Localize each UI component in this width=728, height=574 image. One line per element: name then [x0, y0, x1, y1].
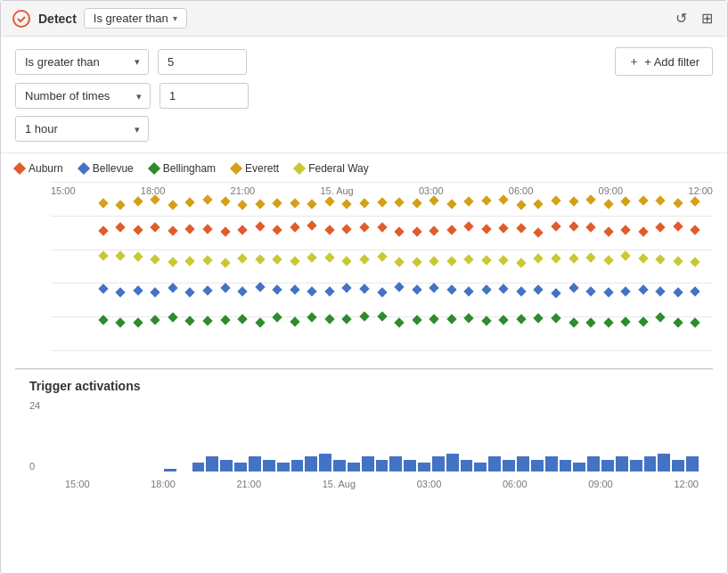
scatter-dot	[673, 221, 683, 231]
scatter-dot	[603, 317, 613, 327]
bar	[291, 460, 304, 472]
scatter-dot	[534, 313, 544, 323]
duration-select[interactable]: 1 hour 30 minutes 2 hours	[15, 116, 149, 142]
bar-x-label: 06:00	[503, 479, 528, 489]
y-axis-label: 24	[29, 400, 40, 411]
scatter-dot	[237, 225, 247, 234]
scatter-dot	[342, 315, 352, 324]
scatter-dot	[568, 318, 578, 328]
scatter-dot	[220, 316, 230, 325]
scatter-dot	[446, 226, 456, 235]
scatter-dot	[359, 312, 369, 322]
bar	[234, 463, 247, 472]
scatter-dot	[621, 251, 631, 261]
bar	[220, 460, 233, 472]
scatter-dot	[499, 283, 509, 293]
scatter-dot	[133, 196, 143, 206]
legend-item: Federal Way	[295, 162, 369, 175]
scatter-dot	[464, 287, 474, 297]
scatter-dot	[394, 227, 404, 237]
bar-chart-inner	[65, 400, 699, 472]
condition-select[interactable]: Is greater than Is less than Is equal to	[15, 49, 149, 75]
scatter-dot	[446, 200, 456, 209]
scatter-dot	[202, 255, 212, 265]
scatter-dot	[429, 314, 438, 324]
scatter-dot	[585, 317, 595, 327]
scatter-dot	[551, 221, 560, 231]
scatter-dot	[151, 287, 160, 297]
badge-label: Is greater than	[94, 12, 168, 25]
scatter-dot	[499, 195, 509, 205]
scatter-dot	[273, 226, 282, 235]
condition-value-input[interactable]	[158, 49, 247, 75]
scatter-dot	[412, 226, 421, 236]
scatter-dot	[202, 316, 212, 325]
scatter-dot	[185, 316, 195, 325]
legend-item: Bellevue	[79, 162, 134, 175]
condition-select-wrapper: Is greater than Is less than Is equal to…	[15, 49, 149, 75]
legend-label: Auburn	[29, 162, 63, 175]
scatter-dot	[481, 196, 491, 206]
bar	[305, 456, 317, 472]
scatter-dot	[342, 200, 352, 209]
scatter-dot	[394, 282, 404, 291]
scatter-dot	[499, 316, 509, 325]
condition-badge[interactable]: Is greater than ▾	[84, 8, 187, 29]
bar	[333, 460, 346, 472]
duration-select-wrapper: 1 hour 30 minutes 2 hours ▾	[15, 116, 149, 142]
scatter-dot	[237, 314, 247, 324]
chart-area: AuburnBellevueBellinghamEverettFederal W…	[1, 153, 727, 573]
scatter-dot	[429, 283, 438, 292]
legend-label: Bellevue	[93, 162, 134, 175]
bar	[319, 454, 331, 472]
refresh-button[interactable]: ↺	[672, 6, 691, 30]
scatter-dot	[98, 315, 108, 324]
scatter-dot	[220, 226, 230, 236]
scatter-dot	[307, 253, 317, 263]
split-button[interactable]: ⊞	[698, 6, 716, 30]
legend-item: Bellingham	[150, 162, 216, 175]
scatter-dot	[151, 195, 160, 205]
scatter-dot	[133, 285, 143, 295]
legend-label: Bellingham	[163, 162, 216, 175]
times-value-input[interactable]	[160, 83, 249, 109]
svg-point-0	[13, 11, 29, 27]
bar	[503, 460, 515, 472]
scatter-dot	[481, 256, 491, 266]
scatter-dot	[168, 200, 177, 209]
scatter-dot	[377, 223, 387, 233]
scatter-dot	[673, 288, 683, 298]
y-axis-label: 0	[29, 461, 40, 472]
scatter-dot	[273, 284, 282, 294]
scatter-dot	[691, 225, 700, 234]
scatter-dot	[168, 226, 177, 235]
scatter-dot	[255, 282, 265, 291]
scatter-dot	[307, 286, 317, 296]
scatter-dot	[464, 221, 474, 231]
scatter-dot	[377, 197, 387, 207]
scatter-dot	[446, 285, 456, 295]
legend-item: Auburn	[15, 162, 63, 175]
bar-x-label: 12:00	[674, 479, 699, 489]
legend: AuburnBellevueBellinghamEverettFederal W…	[15, 162, 713, 175]
scatter-dot	[290, 199, 299, 209]
bar	[488, 456, 501, 472]
scatter-dot	[185, 287, 195, 297]
scatter-dot	[394, 198, 404, 208]
bar	[686, 456, 699, 472]
bar	[404, 460, 416, 472]
bar	[389, 456, 402, 472]
scatter-dot	[168, 283, 177, 292]
scatter-dot	[464, 255, 474, 265]
scatter-dot	[394, 257, 404, 266]
scatter-dot	[429, 226, 438, 235]
scatter-dot	[638, 316, 648, 326]
scatter-dot	[499, 223, 509, 233]
scatter-dot	[273, 198, 282, 208]
add-filter-button[interactable]: ＋ + Add filter	[615, 47, 713, 76]
scatter-dot	[237, 253, 247, 263]
times-select[interactable]: Number of times Percentage of time	[15, 83, 151, 109]
bar-x-label: 21:00	[236, 479, 261, 489]
scatter-dot	[534, 284, 544, 294]
legend-diamond-icon	[78, 162, 90, 175]
